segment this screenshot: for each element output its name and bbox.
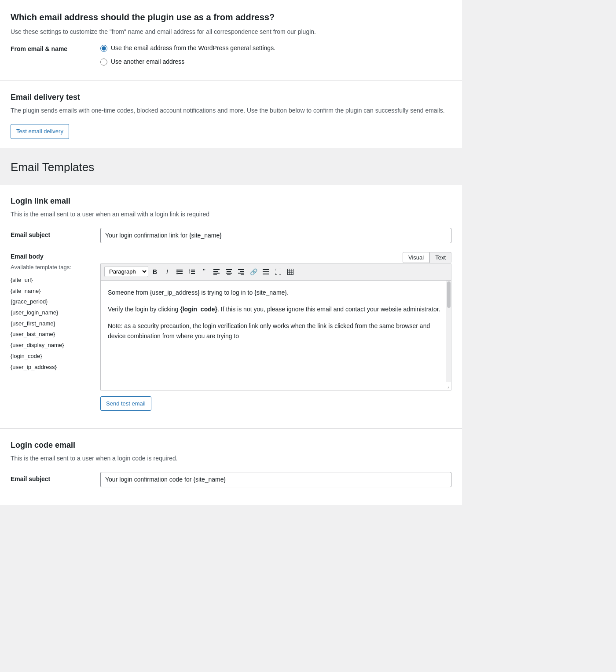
radio-another-label: Use another email address bbox=[111, 57, 184, 66]
tag-login-code: {login_code} bbox=[11, 351, 90, 362]
toolbar-numbered-list-button[interactable]: 123 bbox=[186, 266, 198, 278]
radio-option-wordpress[interactable]: Use the email address from the WordPress… bbox=[100, 44, 275, 53]
email-subject-field bbox=[100, 228, 451, 243]
radio-wordpress-label: Use the email address from the WordPress… bbox=[111, 44, 275, 53]
send-test-email-button[interactable]: Send test email bbox=[100, 396, 151, 411]
email-body-label: Email body bbox=[11, 252, 90, 261]
svg-rect-1 bbox=[178, 271, 183, 272]
tab-text[interactable]: Text bbox=[429, 252, 451, 263]
toolbar-align-left-button[interactable] bbox=[211, 266, 222, 278]
svg-rect-2 bbox=[178, 273, 183, 274]
editor-para-1: Someone from {user_ip_address} is trying… bbox=[108, 288, 444, 297]
toolbar-italic-button[interactable]: I bbox=[161, 266, 173, 278]
tag-user-ip-address: {user_ip_address} bbox=[11, 362, 90, 373]
login-link-email-title: Login link email bbox=[11, 195, 451, 207]
email-subject-row: Email subject bbox=[11, 228, 451, 243]
email-subject-input[interactable] bbox=[100, 228, 451, 243]
toolbar-align-right-button[interactable] bbox=[235, 266, 247, 278]
from-email-controls: Use the email address from the WordPress… bbox=[100, 44, 275, 66]
tag-user-display-name: {user_display_name} bbox=[11, 340, 90, 351]
from-email-label: From email & name bbox=[11, 44, 90, 54]
toolbar-blockquote-button[interactable]: " bbox=[198, 266, 210, 278]
email-body-left: Email body Available template tags: {sit… bbox=[11, 252, 90, 411]
from-email-description: Use these settings to customize the "fro… bbox=[11, 27, 451, 37]
email-delivery-section: Email delivery test The plugin sends ema… bbox=[0, 81, 462, 148]
toolbar-paragraph-select[interactable]: Paragraph bbox=[104, 266, 148, 277]
tag-user-last-name: {user_last_name} bbox=[11, 329, 90, 340]
content-area: Which email address should the plugin us… bbox=[0, 0, 462, 505]
svg-rect-23 bbox=[241, 274, 244, 275]
svg-rect-8 bbox=[191, 273, 195, 274]
svg-rect-27 bbox=[288, 269, 293, 274]
email-templates-section: Email Templates bbox=[0, 148, 462, 185]
from-email-row: From email & name Use the email address … bbox=[11, 44, 451, 66]
svg-rect-15 bbox=[213, 274, 217, 275]
toolbar-horizontal-rule-button[interactable] bbox=[260, 266, 271, 278]
page-wrapper: Which email address should the plugin us… bbox=[0, 0, 616, 672]
svg-rect-26 bbox=[263, 274, 269, 274]
tag-user-login-name: {user_login_name} bbox=[11, 307, 90, 318]
tab-visual[interactable]: Visual bbox=[403, 252, 429, 263]
toolbar-bold-button[interactable]: B bbox=[149, 266, 161, 278]
editor-wrapper: Visual Text Paragraph B I bbox=[100, 252, 451, 411]
email-delivery-title: Email delivery test bbox=[11, 91, 451, 103]
toolbar-align-center-button[interactable] bbox=[223, 266, 235, 278]
login-code-subject-row: Email subject bbox=[11, 472, 451, 487]
toolbar-link-button[interactable]: 🔗 bbox=[248, 266, 259, 278]
editor-container: Paragraph B I 123 " bbox=[100, 263, 451, 391]
editor-para-2: Verify the login by clicking {login_code… bbox=[108, 304, 444, 314]
tag-grace-period: {grace_period} bbox=[11, 296, 90, 307]
svg-rect-21 bbox=[240, 271, 244, 272]
from-email-section: Which email address should the plugin us… bbox=[0, 0, 462, 80]
test-email-delivery-button[interactable]: Test email delivery bbox=[11, 124, 69, 139]
send-test-email-wrapper: Send test email bbox=[100, 396, 451, 411]
email-delivery-description: The plugin sends emails with one-time co… bbox=[11, 106, 451, 115]
email-subject-label: Email subject bbox=[11, 228, 90, 240]
svg-rect-24 bbox=[263, 271, 269, 272]
login-code-subject-field bbox=[100, 472, 451, 487]
login-link-email-section: Login link email This is the email sent … bbox=[0, 185, 462, 429]
svg-rect-25 bbox=[263, 269, 269, 270]
scrollbar-thumb bbox=[447, 281, 451, 308]
editor-resize-handle[interactable]: ⌟ bbox=[101, 382, 451, 391]
editor-tabs: Visual Text bbox=[100, 252, 451, 263]
editor-body-wrapper: Someone from {user_ip_address} is trying… bbox=[101, 281, 451, 382]
login-code-subject-label: Email subject bbox=[11, 472, 90, 484]
editor-scrollbar[interactable] bbox=[446, 281, 451, 382]
editor-content[interactable]: Someone from {user_ip_address} is trying… bbox=[101, 281, 451, 382]
login-code-email-section: Login code email This is the email sent … bbox=[0, 429, 462, 505]
tag-user-first-name: {user_first_name} bbox=[11, 318, 90, 329]
svg-rect-16 bbox=[226, 269, 232, 270]
toolbar-fullscreen-button[interactable] bbox=[272, 266, 284, 278]
toolbar-bullet-list-button[interactable] bbox=[174, 266, 185, 278]
svg-rect-0 bbox=[178, 270, 183, 270]
tag-site-url: {site_url} bbox=[11, 275, 90, 286]
login-link-email-description: This is the email sent to a user when an… bbox=[11, 210, 451, 219]
svg-text:3: 3 bbox=[189, 272, 190, 274]
email-body-section: Email body Available template tags: {sit… bbox=[11, 252, 451, 411]
radio-option-another[interactable]: Use another email address bbox=[100, 57, 275, 66]
svg-rect-12 bbox=[213, 269, 220, 270]
toolbar-table-button[interactable] bbox=[285, 266, 296, 278]
from-email-title: Which email address should the plugin us… bbox=[11, 11, 451, 24]
login-code-email-title: Login code email bbox=[11, 439, 451, 451]
radio-another[interactable] bbox=[100, 58, 107, 66]
template-tags-label: Available template tags: bbox=[11, 263, 90, 272]
svg-rect-17 bbox=[227, 271, 231, 272]
editor-toolbar: Paragraph B I 123 " bbox=[101, 263, 451, 281]
svg-rect-7 bbox=[191, 271, 195, 272]
login-code-email-description: This is the email sent to a user when a … bbox=[11, 454, 451, 463]
svg-rect-19 bbox=[227, 274, 231, 275]
svg-point-3 bbox=[176, 269, 178, 270]
svg-point-5 bbox=[176, 273, 178, 274]
svg-rect-20 bbox=[238, 269, 244, 270]
email-templates-title: Email Templates bbox=[11, 159, 451, 176]
login-code-subject-input[interactable] bbox=[100, 472, 451, 487]
tag-site-name: {site_name} bbox=[11, 286, 90, 297]
svg-rect-22 bbox=[238, 273, 244, 274]
radio-wordpress[interactable] bbox=[100, 45, 107, 52]
editor-para-3: Note: as a security precaution, the logi… bbox=[108, 321, 444, 341]
svg-point-4 bbox=[176, 271, 178, 272]
template-tags: {site_url} {site_name} {grace_period} {u… bbox=[11, 275, 90, 373]
svg-rect-14 bbox=[213, 273, 220, 274]
